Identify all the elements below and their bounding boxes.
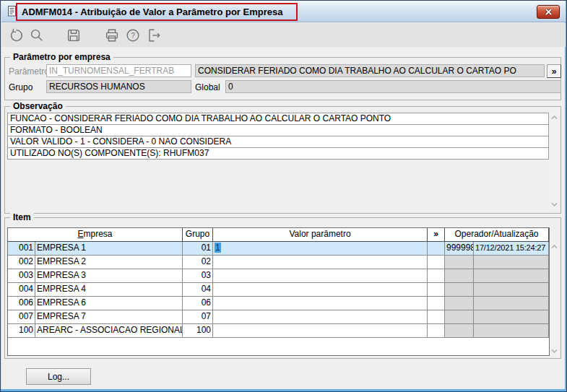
- cell-expand[interactable]: [428, 283, 445, 296]
- cell-empresa[interactable]: EMPRESA 2: [35, 256, 183, 269]
- cell-empresa[interactable]: EMPRESA 6: [35, 297, 183, 310]
- cell-operador[interactable]: [445, 297, 474, 310]
- save-icon: [66, 27, 82, 43]
- cell-expand[interactable]: [428, 310, 445, 323]
- observacao-scrollbar[interactable]: [550, 113, 559, 209]
- cell-expand[interactable]: [428, 256, 445, 269]
- cell-codigo[interactable]: 100: [8, 324, 35, 337]
- observacao-line[interactable]: UTILIZADO NO(S) COMPONENTE(S): RHUFM037: [7, 147, 549, 160]
- undo-button[interactable]: [6, 25, 25, 45]
- column-header-expand[interactable]: »: [428, 228, 445, 241]
- cell-operador[interactable]: [445, 310, 474, 323]
- cell-empresa[interactable]: EMPRESA 4: [35, 283, 183, 296]
- table-row[interactable]: 100AREARC - ASSOCIACAO REGIONAL DOS100: [8, 324, 549, 338]
- cell-atualizacao[interactable]: [474, 269, 549, 282]
- cell-valor-parametro[interactable]: [213, 256, 428, 269]
- cell-codigo[interactable]: 006: [8, 297, 35, 310]
- cell-expand[interactable]: [428, 242, 445, 255]
- grupo-field[interactable]: RECURSOS HUMANOS: [46, 80, 191, 93]
- scroll-up-button[interactable]: [550, 113, 559, 122]
- observacao-group-title: Observação: [10, 101, 66, 111]
- print-button[interactable]: [102, 25, 121, 45]
- cell-valor-parametro[interactable]: [213, 269, 428, 282]
- table-row[interactable]: 003EMPRESA 303: [8, 269, 549, 283]
- cell-atualizacao[interactable]: 17/12/2021 15:24:27: [474, 242, 549, 255]
- cell-operador[interactable]: 999998: [445, 242, 474, 255]
- cell-grupo[interactable]: 03: [183, 269, 213, 282]
- cell-operador[interactable]: [445, 283, 474, 296]
- cell-atualizacao[interactable]: [474, 310, 549, 323]
- svg-text:?: ?: [131, 31, 135, 39]
- cell-grupo[interactable]: 07: [183, 310, 213, 323]
- table-row[interactable]: 001EMPRESA 101199999817/12/2021 15:24:27: [8, 242, 549, 256]
- title-bar[interactable]: ADMFM014 - Atribuição de Valor a Parâmet…: [1, 1, 566, 22]
- search-button[interactable]: [27, 25, 46, 45]
- column-header-grupo[interactable]: Grupo: [183, 228, 213, 241]
- observacao-line[interactable]: VALOR VALIDO - 1 - CONSIDERA - 0 NAO CON…: [7, 136, 549, 148]
- item-scrollbar[interactable]: [550, 242, 559, 356]
- cell-codigo[interactable]: 007: [8, 310, 35, 323]
- cell-empresa[interactable]: EMPRESA 1: [35, 242, 183, 255]
- cell-codigo[interactable]: 003: [8, 269, 35, 282]
- table-row[interactable]: 007EMPRESA 707: [8, 310, 549, 324]
- cell-atualizacao[interactable]: [474, 283, 549, 296]
- text-selection: 1: [215, 243, 221, 253]
- cell-atualizacao[interactable]: [474, 256, 549, 269]
- cell-empresa[interactable]: AREARC - ASSOCIACAO REGIONAL DOS: [35, 324, 183, 337]
- cell-grupo[interactable]: 06: [183, 297, 213, 310]
- cell-expand[interactable]: [428, 324, 445, 337]
- cell-valor-parametro[interactable]: [213, 283, 428, 296]
- print-icon: [104, 27, 120, 43]
- table-row[interactable]: 002EMPRESA 202: [8, 256, 549, 269]
- cell-empresa[interactable]: EMPRESA 3: [35, 269, 183, 282]
- observacao-line[interactable]: FORMATO - BOOLEAN: [7, 124, 549, 136]
- descricao-field[interactable]: CONSIDERAR FERIADO COMO DIA TRABALHO AO …: [195, 64, 545, 77]
- observacao-line[interactable]: FUNCAO - CONSIDERAR FERIADO COMO DIA TRA…: [7, 113, 549, 125]
- cell-empresa[interactable]: EMPRESA 7: [35, 310, 183, 323]
- exit-icon: [146, 27, 162, 43]
- cell-codigo[interactable]: 001: [8, 242, 35, 255]
- column-header-operador-atualizacao[interactable]: Operador/Atualização: [445, 228, 549, 241]
- scroll-up-button[interactable]: [550, 243, 559, 251]
- cell-expand[interactable]: [428, 297, 445, 310]
- column-header-empresa[interactable]: Empresa: [8, 228, 183, 241]
- cell-grupo[interactable]: 100: [183, 324, 213, 337]
- cell-codigo[interactable]: 004: [8, 283, 35, 296]
- parametro-field[interactable]: IN_TURNOMENSAL_FERTRAB: [46, 64, 191, 77]
- cell-grupo[interactable]: 02: [183, 256, 213, 269]
- cell-valor-parametro[interactable]: 1: [213, 242, 428, 255]
- app-window: ADMFM014 - Atribuição de Valor a Parâmet…: [0, 0, 567, 392]
- expand-descricao-button[interactable]: »: [547, 64, 561, 78]
- exit-button[interactable]: [144, 25, 163, 45]
- save-button[interactable]: [64, 25, 83, 45]
- chevron-up-icon: [551, 245, 558, 249]
- cell-operador[interactable]: [445, 269, 474, 282]
- window-title: ADMFM014 - Atribuição de Valor a Parâmet…: [22, 6, 282, 17]
- parametro-label: Parâmetro: [9, 65, 49, 78]
- cell-operador[interactable]: [445, 324, 474, 337]
- help-icon: ?: [125, 27, 141, 43]
- cell-valor-parametro[interactable]: [213, 324, 428, 337]
- cell-grupo[interactable]: 04: [183, 283, 213, 296]
- cell-valor-parametro[interactable]: [213, 310, 428, 323]
- global-field[interactable]: 0: [225, 80, 561, 93]
- cell-codigo[interactable]: 002: [8, 256, 35, 269]
- close-button[interactable]: [537, 5, 560, 19]
- log-button[interactable]: Log...: [26, 368, 91, 385]
- cell-atualizacao[interactable]: [474, 324, 549, 337]
- cell-atualizacao[interactable]: [474, 297, 549, 310]
- cell-valor-parametro[interactable]: [213, 297, 428, 310]
- cell-expand[interactable]: [428, 269, 445, 282]
- cell-grupo[interactable]: 01: [183, 242, 213, 255]
- observacao-groupbox: Observação FUNCAO - CONSIDERAR FERIADO C…: [4, 106, 561, 214]
- chevron-down-icon: [551, 349, 558, 353]
- help-button[interactable]: ?: [123, 25, 142, 45]
- scroll-down-button[interactable]: [550, 200, 559, 209]
- table-row[interactable]: 006EMPRESA 606: [8, 297, 549, 310]
- table-row[interactable]: 004EMPRESA 404: [8, 283, 549, 297]
- cell-operador[interactable]: [445, 256, 474, 269]
- column-header-valor-parametro[interactable]: Valor parâmetro: [213, 228, 428, 241]
- parametro-group-title: Parâmetro por empresa: [10, 52, 113, 62]
- table-header-row: Empresa Grupo Valor parâmetro » Operador…: [8, 228, 549, 242]
- scroll-down-button[interactable]: [550, 347, 559, 355]
